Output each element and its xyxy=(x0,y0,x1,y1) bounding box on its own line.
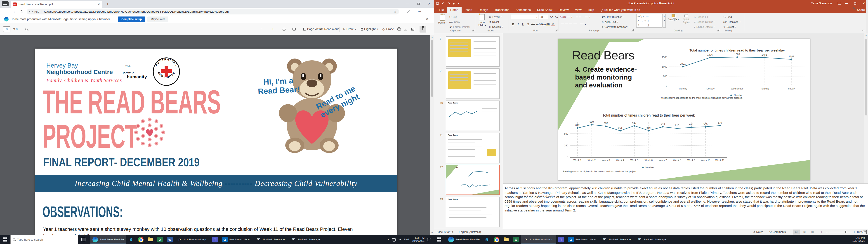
taskbar-app-ie[interactable]: e xyxy=(126,235,136,244)
taskbar-app-ie[interactable]: e xyxy=(482,235,492,244)
save-as-icon[interactable] xyxy=(411,26,414,32)
pin-toolbar-icon[interactable] xyxy=(420,26,426,33)
taskbar-app-teams[interactable]: T xyxy=(556,235,566,244)
shape-effects-button[interactable]: ◐Shape Effects▾ xyxy=(694,25,715,29)
language-label[interactable]: English (Australia) xyxy=(459,229,481,235)
ribbon-tab-review[interactable]: Review xyxy=(555,7,572,13)
ribbon-tab-slide-show[interactable]: Slide Show xyxy=(534,7,556,13)
zoom-in-icon[interactable]: + xyxy=(272,26,274,32)
complete-setup-button[interactable]: Complete setup xyxy=(118,17,145,22)
tab-actions-icon[interactable] xyxy=(2,1,8,6)
align-text-button[interactable]: ⊜Align Text▾ xyxy=(602,20,618,24)
cut-button[interactable]: ✂Cut xyxy=(450,15,457,19)
slide-thumbnail-8[interactable] xyxy=(446,36,500,67)
taskbar-app-word[interactable]: W xyxy=(165,235,175,244)
ribbon-tab-view[interactable]: View xyxy=(572,7,585,13)
ppt-restore-button[interactable] xyxy=(851,0,860,7)
ribbon-tab-transitions[interactable]: Transitions xyxy=(491,7,513,13)
taskbar-app-outlook[interactable]: OSent Items - hbnc... xyxy=(220,235,254,244)
start-button[interactable] xyxy=(434,235,444,244)
task-view-button[interactable] xyxy=(78,235,89,244)
reset-button[interactable]: ↺Reset xyxy=(489,20,499,24)
clock[interactable]: 5:32 PM19/04/2021 xyxy=(412,237,425,243)
taskbar-app-mail[interactable]: ✉Untitled - Message... xyxy=(635,235,670,244)
clipboard-dialog-launcher[interactable] xyxy=(472,29,474,31)
new-slide-button[interactable]: New Slide ▾ xyxy=(477,14,487,27)
slide-title[interactable]: Read Bears xyxy=(572,48,634,62)
zoom-out-icon[interactable]: − xyxy=(826,229,828,235)
url-input[interactable]: i File C:/Users/tstevenson/AppData/Local… xyxy=(27,8,399,14)
info-icon[interactable]: i xyxy=(29,10,33,13)
shapes-gallery-scroll[interactable]: ▲▼▼ xyxy=(663,14,666,28)
zoom-in-icon[interactable]: + xyxy=(854,229,855,235)
save-icon[interactable] xyxy=(404,26,407,32)
taskbar-app-teams[interactable]: T xyxy=(210,235,220,244)
ribbon-tab-help[interactable]: Help xyxy=(585,7,597,13)
favorite-star-icon[interactable]: ☆ xyxy=(394,9,397,13)
find-icon[interactable] xyxy=(25,26,28,32)
slide-subtitle[interactable]: 4. Create evidence-based monitoringand e… xyxy=(575,65,637,89)
tab-close-icon[interactable]: ✕ xyxy=(98,3,100,6)
font-style-buttons[interactable]: B I U S abc A⇄V Aa▾ ab A xyxy=(511,22,555,26)
weekly-line-chart[interactable]: Total number of times children read to t… xyxy=(561,112,736,170)
slide-thumbnail-11[interactable]: Read Bears xyxy=(446,133,500,163)
slide-sorter-icon[interactable]: ⊞ xyxy=(801,230,808,235)
slide-thumbnail-12[interactable]: Read Bears xyxy=(446,165,500,195)
new-tab-button[interactable]: + xyxy=(104,2,111,6)
align-buttons[interactable]: ▾ xyxy=(561,22,586,26)
menu-dots-icon[interactable]: ⋯ xyxy=(418,9,421,13)
taskbar-app-powerpoint[interactable]: PLLA Presentation.p... xyxy=(175,235,210,244)
shape-outline-button[interactable]: ▱Shape Outline▾ xyxy=(694,20,715,24)
list-buttons[interactable]: ▾ ▾ ▾ xyxy=(561,15,590,19)
maybe-later-button[interactable]: Maybe later xyxy=(147,17,168,22)
pdf-scrollbar[interactable]: ▲ ▼ xyxy=(430,35,434,235)
fit-to-page-icon[interactable] xyxy=(283,26,285,32)
taskbar-app-powerpoint[interactable]: PLLA Presentation.p... xyxy=(521,235,556,244)
ribbon-tab-insert[interactable]: Insert xyxy=(462,7,475,13)
edge-close-button[interactable]: ✕ xyxy=(424,0,434,7)
shape-fill-button[interactable]: ◇Shape Fill▾ xyxy=(694,15,710,19)
page-view-button[interactable]: Page view xyxy=(303,26,321,32)
scroll-up-icon[interactable]: ▲ xyxy=(431,36,434,38)
ribbon-tab-design[interactable]: Design xyxy=(475,7,491,13)
ribbon-tab-file[interactable]: File xyxy=(436,7,447,13)
notes-pane[interactable]: Across all 3 schools and the IFS program… xyxy=(503,183,868,228)
taskbar-app-folder[interactable] xyxy=(146,235,155,244)
slide-canvas[interactable]: Read Bears 4. Create evidence-based moni… xyxy=(558,39,810,180)
notification-close-icon[interactable]: ✕ xyxy=(426,17,428,21)
slideshow-icon[interactable]: ⛶ xyxy=(817,230,824,235)
find-button[interactable]: Find xyxy=(723,15,732,19)
replace-button[interactable]: ab↷Replace▾ xyxy=(723,20,741,24)
quick-styles-button[interactable]: Quick Styles xyxy=(680,14,692,24)
slide-thumbnail-10[interactable]: Read Bears xyxy=(446,100,500,131)
tray-chevron-icon[interactable]: ∧ xyxy=(388,238,390,241)
fit-slide-icon[interactable] xyxy=(863,230,867,234)
ribbon-tab-home[interactable]: Home xyxy=(447,7,462,13)
scroll-down-icon[interactable]: ▼ xyxy=(431,232,434,234)
format-painter-button[interactable]: 🖌Format Painter xyxy=(450,25,470,29)
font-dialog-launcher[interactable] xyxy=(555,29,557,31)
print-icon[interactable] xyxy=(397,26,401,32)
draw-button[interactable]: ✎Draw∨ xyxy=(342,26,356,32)
highlight-button[interactable]: Highlight∨ xyxy=(361,26,379,32)
language-indicator[interactable]: ENG xyxy=(404,238,409,241)
taskbar-app-mail[interactable]: ✉Untitled - Message... xyxy=(600,235,635,244)
clock[interactable]: 5:32 PM19/04/2021 xyxy=(852,237,865,243)
action-center-icon[interactable] xyxy=(427,238,431,241)
collapse-ribbon-icon[interactable] xyxy=(862,30,865,32)
taskbar-app-mail[interactable]: ✉Untitled - Message... xyxy=(289,235,324,244)
volume-icon[interactable] xyxy=(398,238,401,241)
taskbar-app-chrome[interactable] xyxy=(136,235,146,244)
reload-icon[interactable]: ↻ xyxy=(19,9,25,14)
paste-button[interactable]: Paste ▾ xyxy=(437,14,447,24)
notes-toggle[interactable]: ≜ Notes xyxy=(753,229,763,235)
slide-thumbnail-9[interactable] xyxy=(446,68,500,99)
slide-scroll-up-icon[interactable]: ▲ xyxy=(864,34,868,36)
share-button[interactable]: Share xyxy=(852,7,865,13)
shapes-gallery[interactable]: ▭╲╲□○△⌐⌐⇨⇩☆⌒⌒{} xyxy=(636,14,662,28)
search-input[interactable] xyxy=(17,238,69,241)
fit-to-width-icon[interactable] xyxy=(292,26,296,32)
taskbar-app-excel[interactable]: X xyxy=(511,235,521,244)
reading-view-icon[interactable]: ▥ xyxy=(809,230,816,235)
start-button[interactable] xyxy=(0,235,10,244)
